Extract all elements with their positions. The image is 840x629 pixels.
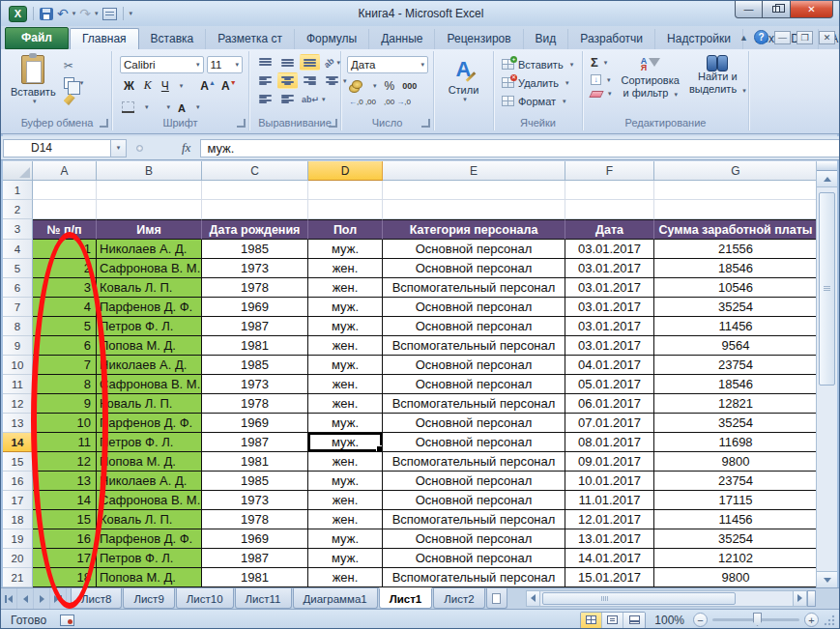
cell-B11[interactable]: Сафронова В. М. [97, 375, 202, 394]
cell-C20[interactable]: 1987 [202, 549, 308, 568]
cell-B18[interactable]: Коваль Л. П. [97, 510, 202, 529]
cell-G17[interactable]: 17115 [654, 491, 818, 510]
column-header-A[interactable]: A [33, 161, 97, 181]
tab-Файл[interactable]: Файл [5, 27, 69, 49]
cell-E12[interactable]: Вспомогательный персонал [383, 394, 565, 414]
cell-B10[interactable]: Николаев А. Д. [97, 356, 202, 375]
insert-function-icon[interactable]: fx [182, 140, 190, 156]
horizontal-scrollbar[interactable] [526, 589, 816, 607]
cell-E11[interactable]: Основной персонал [383, 375, 565, 394]
cell-B14[interactable]: Петров Ф. Л. [97, 433, 202, 452]
table-header-cell-E3[interactable]: Категория персонала [383, 219, 565, 240]
styles-button[interactable]: А Стили ▾ [434, 51, 493, 103]
cell-G2[interactable] [654, 200, 818, 219]
cell-D1[interactable] [308, 181, 383, 200]
row-header-19[interactable]: 19 [3, 529, 33, 549]
cell-A1[interactable] [33, 181, 97, 200]
autosum-button[interactable]: Σ [591, 55, 598, 70]
tab-Рецензиров[interactable]: Рецензиров [435, 29, 523, 49]
font-color-button[interactable]: А [178, 99, 186, 116]
first-sheet-button[interactable] [1, 588, 17, 609]
row-header-12[interactable]: 12 [3, 394, 33, 414]
cell-E15[interactable]: Вспомогательный персонал [383, 452, 565, 472]
row-header-8[interactable]: 8 [3, 317, 33, 336]
table-header-cell-F3[interactable]: Дата [565, 219, 654, 240]
page-layout-view-button[interactable] [602, 613, 623, 628]
cell-A12[interactable]: 9 [33, 394, 97, 414]
cell-A11[interactable]: 8 [33, 375, 97, 394]
close-button[interactable]: ✕ [790, 1, 833, 18]
cell-B20[interactable]: Петров Ф. Л. [97, 549, 202, 568]
wrap-text-button[interactable]: ab↵▾ [300, 91, 328, 107]
increase-indent-button[interactable] [277, 91, 298, 107]
scroll-down-button[interactable] [817, 571, 837, 587]
vertical-scroll-thumb[interactable] [819, 192, 835, 386]
tab-Вид[interactable]: Вид [524, 29, 569, 49]
formula-input[interactable]: муж. [200, 139, 839, 157]
cell-D21[interactable]: жен. [308, 568, 383, 587]
scroll-up-button[interactable] [817, 171, 837, 187]
cell-F18[interactable]: 12.01.2017 [565, 510, 654, 529]
clear-button[interactable] [589, 91, 603, 98]
table-header-cell-G3[interactable]: Сумма заработной платы [654, 219, 818, 240]
insert-worksheet-tab[interactable] [486, 588, 507, 609]
cell-A5[interactable]: 2 [33, 259, 97, 278]
row-header-2[interactable]: 2 [3, 200, 33, 219]
align-left-button[interactable] [255, 72, 275, 89]
macro-record-icon[interactable] [60, 615, 74, 626]
sheet-tab-Лист10[interactable]: Лист10 [176, 588, 234, 609]
cell-C17[interactable]: 1973 [202, 491, 308, 510]
cell-C9[interactable]: 1981 [202, 336, 308, 356]
row-header-18[interactable]: 18 [3, 510, 33, 529]
cell-E14[interactable]: Основной персонал [383, 433, 565, 452]
row-header-13[interactable]: 13 [3, 414, 33, 433]
cell-F13[interactable]: 07.01.2017 [565, 414, 654, 433]
tab-Разработчи[interactable]: Разработчи [568, 29, 655, 49]
grow-font-button[interactable]: А▲ [200, 79, 216, 93]
cell-B19[interactable]: Парфенов Д. Ф. [97, 529, 202, 549]
cell-G15[interactable]: 9800 [654, 452, 818, 472]
cell-B12[interactable]: Коваль Л. П. [97, 394, 202, 414]
zoom-level[interactable]: 100% [654, 614, 684, 627]
cell-D20[interactable]: муж. [308, 549, 383, 568]
row-header-14[interactable]: 14 [3, 433, 33, 452]
cell-D6[interactable]: жен. [308, 278, 383, 298]
cell-B6[interactable]: Коваль Л. П. [97, 278, 202, 298]
font-dialog-launcher[interactable] [237, 119, 246, 128]
cell-C21[interactable]: 1981 [202, 568, 308, 587]
sheet-tab-Лист1[interactable]: Лист1 [379, 587, 433, 609]
help-icon[interactable]: ? [754, 30, 768, 44]
column-header-G[interactable]: G [654, 161, 818, 181]
cell-A10[interactable]: 7 [33, 356, 97, 375]
normal-view-button[interactable] [581, 613, 602, 628]
cell-D12[interactable]: жен. [308, 394, 383, 414]
cell-D11[interactable]: жен. [308, 375, 383, 394]
resize-grip[interactable] [824, 615, 835, 626]
cell-G18[interactable]: 11456 [654, 510, 818, 529]
align-middle-button[interactable] [277, 54, 298, 71]
cell-G4[interactable]: 21556 [654, 240, 818, 259]
cell-G9[interactable]: 9564 [654, 336, 818, 356]
underline-dropdown-icon[interactable]: ▾ [180, 82, 184, 90]
format-cells-button[interactable]: Формат▾ [502, 92, 582, 110]
cell-E2[interactable] [383, 200, 565, 219]
row-header-11[interactable]: 11 [3, 375, 33, 394]
cell-D2[interactable] [308, 200, 383, 219]
clipboard-dialog-launcher[interactable] [100, 119, 108, 128]
shrink-font-button[interactable]: А▼ [221, 79, 237, 93]
cell-C5[interactable]: 1973 [202, 259, 308, 278]
underline-button[interactable]: Ч [159, 79, 171, 93]
orientation-button[interactable]: ab▾ [322, 54, 342, 71]
cell-C16[interactable]: 1985 [202, 472, 308, 491]
fill-color-dropdown-icon[interactable]: ▾ [167, 103, 171, 111]
cell-E8[interactable]: Основной персонал [383, 317, 565, 336]
cell-A8[interactable]: 5 [33, 317, 97, 336]
cell-A18[interactable]: 15 [33, 510, 97, 529]
cell-C12[interactable]: 1978 [202, 394, 308, 414]
select-all-corner[interactable] [3, 161, 33, 181]
find-select-button[interactable]: Найти и выделить ▾ [689, 55, 746, 100]
cell-E20[interactable]: Основной персонал [383, 549, 565, 568]
cell-G6[interactable]: 10546 [654, 278, 818, 298]
zoom-in-button[interactable]: + [804, 613, 819, 627]
cell-G13[interactable]: 35254 [654, 414, 818, 433]
